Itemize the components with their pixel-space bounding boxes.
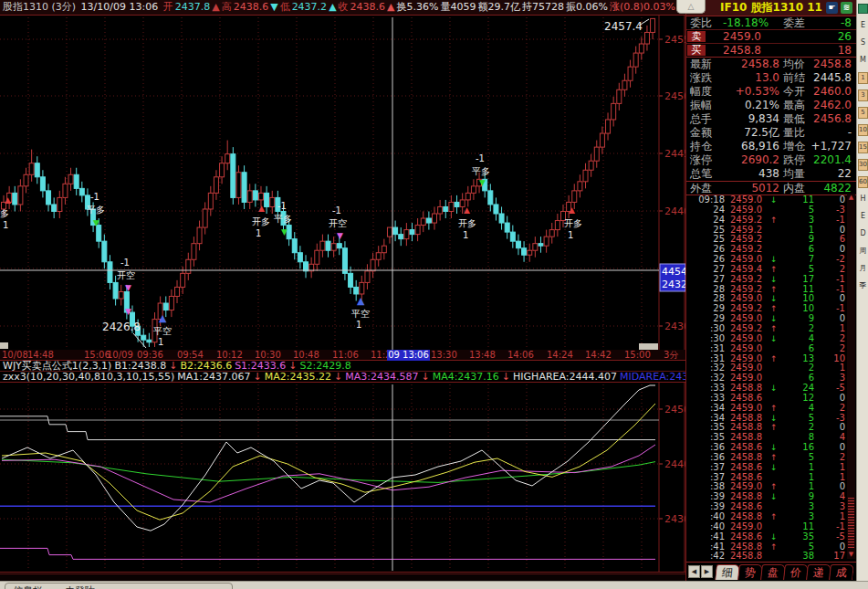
- chart-bottom-strip: [0, 573, 685, 581]
- tick-field: 17: [816, 552, 845, 562]
- quote-tab-bar: ◀▶细势盘价递成: [686, 563, 856, 581]
- period-item-E[interactable]: E: [858, 211, 868, 223]
- tick-field: ↑: [770, 354, 778, 364]
- field-label: 跌停: [783, 153, 805, 167]
- period-label[interactable]: 3分: [664, 350, 678, 361]
- scroll-down-icon[interactable]: ▼: [847, 551, 855, 559]
- tick-row[interactable]: 242459.2↑3-1: [686, 216, 856, 226]
- tab-scroll-left-icon[interactable]: ◀: [688, 565, 700, 578]
- signal-arrow-icon: ▲: [569, 205, 575, 215]
- signal-arrow-icon: ▲: [357, 295, 365, 307]
- quote-info-row: 持仓68,916增仓+1,727: [686, 140, 856, 153]
- svg-text:2450: 2450: [664, 404, 685, 415]
- field-value: 5012: [727, 182, 779, 195]
- tick-scrollbar[interactable]: ▲ ▼: [847, 194, 855, 559]
- tick-field: :41: [690, 532, 725, 542]
- quote-tab-4[interactable]: 价: [783, 564, 809, 580]
- tab-scroll-right-icon[interactable]: ▶: [701, 565, 713, 578]
- tick-row[interactable]: :422458.83817: [686, 552, 856, 562]
- tick-row[interactable]: 252459.210: [686, 226, 856, 236]
- bid-row[interactable]: 买 2458.8 18: [686, 44, 856, 58]
- period-item-15[interactable]: 15: [858, 142, 868, 153]
- quote-tab-5[interactable]: 递: [806, 564, 831, 580]
- time-tick-label: 13:30: [431, 350, 457, 361]
- indicator-row-wjy[interactable]: WJY买卖点公式1(2,3,1)B1:2438.8↓B2:2436.6S1:24…: [0, 361, 685, 372]
- weibi-row: 委比 -18.18% 委差 -8: [686, 16, 856, 30]
- period-item-3[interactable]: 3: [858, 89, 868, 101]
- tick-row[interactable]: :312459.062: [686, 344, 856, 354]
- ask-row[interactable]: 卖 2459.0 26: [686, 30, 856, 44]
- quote-tab-1[interactable]: 细: [715, 564, 740, 580]
- scroll-up-icon[interactable]: ▲: [847, 194, 855, 202]
- tick-row[interactable]: :342459.0↑42: [686, 404, 856, 414]
- time-tick-label: 10:12: [216, 350, 243, 361]
- field-label: 涨跌: [690, 71, 712, 85]
- tick-field: 6: [778, 344, 814, 354]
- signal-label: 2457.4: [604, 20, 643, 33]
- signal-arrow-icon: ▲: [258, 204, 265, 213]
- segment: MA4:2437.16: [433, 372, 499, 383]
- segment: 开: [163, 1, 173, 13]
- quote-tab-3[interactable]: 盘: [760, 564, 786, 580]
- svg-text:2450: 2450: [664, 90, 685, 102]
- time-tick-label: 10/08: [2, 350, 28, 361]
- signal-label: -1: [277, 201, 287, 211]
- period-item-周[interactable]: 周: [858, 246, 868, 258]
- svg-text:2432: 2432: [662, 279, 685, 290]
- period-item-D[interactable]: D: [858, 228, 868, 240]
- field-value: 22: [838, 167, 852, 181]
- period-item-季[interactable]: 季: [858, 280, 868, 292]
- tick-row[interactable]: :412458.6↓35-5: [686, 532, 856, 542]
- period-item-30[interactable]: 30: [858, 159, 868, 171]
- hand-cursor-icon[interactable]: ☛: [826, 2, 838, 14]
- tick-row[interactable]: 252459.296: [686, 235, 856, 245]
- chart-mode-icon[interactable]: ≋: [841, 2, 852, 14]
- period-item-10[interactable]: 10: [858, 124, 868, 136]
- tick-row[interactable]: 272459.2↓17-1: [686, 275, 856, 285]
- tick-field: ↓: [770, 255, 778, 265]
- period-item-S[interactable]: S: [858, 37, 868, 49]
- tick-row[interactable]: 272459.4↑52: [686, 265, 856, 275]
- tick-list[interactable]: 09:182459.0↓110242459.05-3242459.2↑3-125…: [686, 195, 856, 563]
- quote-tab-6[interactable]: 成: [829, 564, 854, 580]
- signal-label: 1: [568, 230, 573, 240]
- tick-field: ↓: [770, 334, 778, 344]
- period-item-1[interactable]: 1: [858, 72, 868, 84]
- period-item-E[interactable]: E: [858, 20, 868, 32]
- tick-field: 2458.8: [730, 552, 762, 562]
- segment: ↓: [334, 372, 342, 383]
- period-item-月[interactable]: 月: [858, 263, 868, 275]
- quote-tab-2[interactable]: 势: [737, 564, 763, 580]
- tick-row[interactable]: 262459.260: [686, 245, 856, 255]
- tick-field: -5: [816, 532, 845, 542]
- indicator-chart[interactable]: 245024402430: [0, 383, 685, 573]
- tick-row[interactable]: 292459.2↑10-1: [686, 304, 856, 314]
- tick-row[interactable]: 282459.0↓100: [686, 294, 856, 304]
- bid-badge: 买: [687, 45, 706, 56]
- signal-arrow-icon: ▼: [479, 178, 486, 187]
- segment: 持75728: [522, 1, 564, 13]
- time-tick-label: 14:24: [547, 350, 573, 361]
- login-status: 未登陆: [65, 585, 95, 589]
- scroll-thumb[interactable]: [848, 498, 854, 548]
- candlestick-chart[interactable]: 24552450244524402435243044542432▲多1-1平多▼…: [0, 16, 685, 350]
- tick-row[interactable]: :372458.6↓11: [686, 463, 856, 473]
- indicator-row-zxx3[interactable]: zxx3(10,20,30,40,810,3,10,15,55)MA1:2437…: [0, 372, 685, 383]
- tick-row[interactable]: 242459.05-3: [686, 205, 856, 216]
- period-item-H[interactable]: H: [858, 194, 868, 205]
- period-item-5[interactable]: 5: [858, 107, 868, 119]
- tick-row[interactable]: 09:182459.0↓110: [686, 195, 856, 205]
- signal-icon[interactable]: [858, 4, 868, 14]
- tick-row[interactable]: 282459.2↑11-1: [686, 285, 856, 295]
- signal-label: 1: [158, 337, 163, 347]
- period-item-M[interactable]: M: [858, 55, 868, 67]
- signal-label: 1: [463, 230, 468, 240]
- period-item-60[interactable]: 60: [858, 176, 868, 188]
- tick-field: 2: [816, 334, 845, 344]
- time-tick-label: 09:54: [177, 350, 204, 361]
- signal-label: 开空: [117, 270, 135, 280]
- status-page-tab[interactable]: 信息栏未登陆: [5, 583, 233, 589]
- segment: ▲: [387, 1, 394, 13]
- panel-collapse-button[interactable]: △: [676, 0, 706, 14]
- tick-row[interactable]: 262459.0↓7-2: [686, 255, 856, 265]
